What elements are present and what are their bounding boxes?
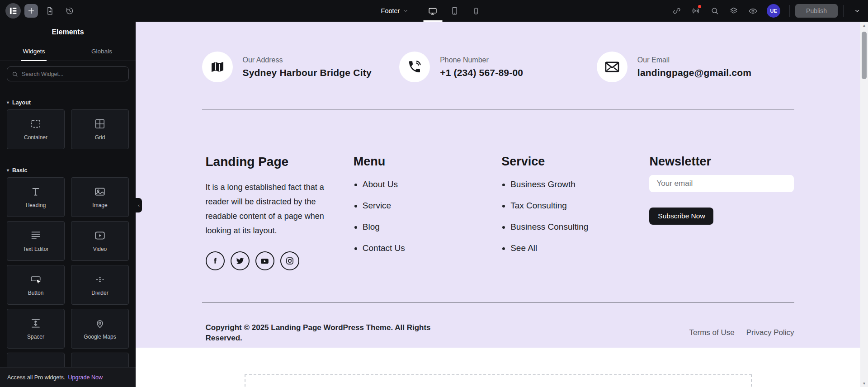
search-widget-input[interactable]	[22, 71, 124, 77]
publish-button[interactable]: Publish	[795, 4, 838, 18]
widget-card-button[interactable]: Button	[7, 265, 65, 305]
twitter-link[interactable]	[231, 251, 250, 270]
next-section-area	[136, 348, 860, 387]
chevron-down-icon	[403, 8, 408, 14]
section-header-layout[interactable]: ▾ Layout	[7, 99, 129, 106]
newsletter-title: Newsletter	[649, 155, 794, 169]
elementor-menu-button[interactable]	[5, 3, 21, 19]
heading-icon	[30, 186, 42, 198]
service-list: Business Growth Tax Consulting Business …	[501, 179, 649, 253]
structure-button[interactable]	[725, 2, 742, 19]
subscribe-button[interactable]: Subscribe Now	[649, 208, 713, 225]
grid-icon	[94, 118, 106, 130]
twitter-icon	[236, 256, 245, 265]
contact-label: Our Email	[637, 56, 751, 64]
editor-canvas: Our Address Sydney Harbour Bridge City P…	[136, 22, 860, 387]
social-links	[206, 251, 354, 270]
section-header-basic[interactable]: ▾ Basic	[7, 167, 129, 174]
instagram-link[interactable]	[280, 251, 299, 270]
image-icon	[94, 186, 106, 198]
panel-title: Elements	[0, 22, 136, 42]
responsive-mode-switcher	[422, 0, 487, 22]
newsletter-email-input[interactable]	[649, 175, 794, 192]
sidebar-collapse-handle[interactable]: ‹	[136, 198, 142, 212]
scroll-up-arrow[interactable]: ▲	[860, 22, 868, 29]
add-template-button[interactable]	[42, 3, 58, 19]
document-name: Footer	[381, 7, 400, 14]
footer-section[interactable]: Our Address Sydney Harbour Bridge City P…	[136, 22, 860, 348]
device-tablet-button[interactable]	[443, 0, 465, 22]
whats-new-button[interactable]	[687, 2, 704, 19]
facebook-link[interactable]	[206, 251, 225, 270]
brand-title: Landing Page	[206, 155, 354, 169]
menu-link-service[interactable]: Service	[363, 201, 501, 211]
contact-value: +1 (234) 567-89-00	[440, 67, 523, 78]
layout-widgets-grid: Container Grid	[7, 109, 129, 149]
terms-of-use-link[interactable]: Terms of Use	[689, 328, 735, 337]
footer-divider-bottom	[202, 302, 794, 302]
widget-card-image[interactable]: Image	[71, 177, 129, 217]
topbar-divider	[843, 5, 844, 17]
google-maps-icon	[94, 317, 106, 329]
menu-link-contact[interactable]: Contact Us	[363, 243, 501, 253]
widget-card-video[interactable]: Video	[71, 221, 129, 261]
footer-divider-top	[202, 109, 794, 109]
service-link-consulting[interactable]: Business Consulting	[510, 222, 649, 232]
upgrade-now-link[interactable]: Upgrade Now	[68, 374, 103, 381]
link-icon	[672, 6, 681, 15]
copyright-text: Copyright © 2025 Landing Page WordPress …	[206, 322, 452, 343]
tablet-icon	[450, 6, 459, 15]
scroll-thumb[interactable]	[862, 32, 867, 79]
privacy-policy-link[interactable]: Privacy Policy	[746, 328, 794, 337]
finder-search-button[interactable]	[706, 2, 723, 19]
service-title: Service	[501, 155, 649, 169]
notification-dot	[698, 5, 701, 8]
widget-card-divider[interactable]: Divider	[71, 265, 129, 305]
brand-column: Landing Page It is a long established fa…	[206, 155, 354, 270]
widget-card-google-maps[interactable]: Google Maps	[71, 309, 129, 349]
widget-label: Grid	[95, 134, 105, 141]
widget-card-grid[interactable]: Grid	[71, 109, 129, 149]
tab-widgets[interactable]: Widgets	[0, 42, 68, 61]
pro-note-text: Access all Pro widgets.	[7, 374, 66, 381]
menu-list: About Us Service Blog Contact Us	[354, 179, 501, 253]
topbar: Footer	[0, 0, 868, 22]
service-link-see-all[interactable]: See All	[510, 243, 649, 253]
widget-card-heading[interactable]: Heading	[7, 177, 65, 217]
map-icon	[210, 59, 225, 75]
brand-description: It is a long established fact that a rea…	[206, 180, 338, 238]
topbar-right-group: UE Publish	[668, 0, 868, 22]
document-switcher[interactable]: Footer	[381, 7, 409, 14]
widget-card-text-editor[interactable]: Text Editor	[7, 221, 65, 261]
device-desktop-button[interactable]	[422, 0, 443, 22]
preview-button[interactable]	[744, 2, 761, 19]
eye-icon	[748, 6, 758, 16]
device-mobile-button[interactable]	[465, 0, 487, 22]
tab-globals[interactable]: Globals	[68, 42, 136, 61]
text-editor-icon	[30, 230, 42, 241]
search-icon	[12, 71, 18, 77]
youtube-link[interactable]	[255, 251, 274, 270]
contact-item-email[interactable]: Our Email landingpage@gmail.com	[597, 52, 794, 82]
widget-label: Button	[28, 290, 44, 296]
container-icon	[30, 118, 42, 130]
add-element-button[interactable]	[24, 4, 38, 18]
menu-link-about[interactable]: About Us	[363, 179, 501, 189]
scroll-down-arrow[interactable]: ▼	[860, 380, 868, 387]
widget-card-spacer[interactable]: Spacer	[7, 309, 65, 349]
contact-item-phone[interactable]: Phone Number +1 (234) 567-89-00	[399, 52, 597, 82]
vertical-scrollbar[interactable]: ▲ ▼	[860, 22, 868, 387]
service-link-growth[interactable]: Business Growth	[510, 179, 649, 189]
widget-card-container[interactable]: Container	[7, 109, 65, 149]
basic-widgets-grid: Heading Image Text Editor Video	[7, 177, 129, 387]
copy-link-button[interactable]	[668, 2, 685, 19]
menu-link-blog[interactable]: Blog	[363, 222, 501, 232]
user-avatar[interactable]: UE	[767, 4, 780, 18]
instagram-icon	[285, 256, 294, 265]
publish-options-button[interactable]	[849, 3, 865, 19]
empty-section-placeholder[interactable]	[245, 374, 752, 387]
history-icon	[65, 6, 74, 15]
service-link-tax[interactable]: Tax Consulting	[510, 201, 649, 211]
history-button[interactable]	[61, 3, 78, 19]
contact-item-address[interactable]: Our Address Sydney Harbour Bridge City	[202, 52, 400, 82]
